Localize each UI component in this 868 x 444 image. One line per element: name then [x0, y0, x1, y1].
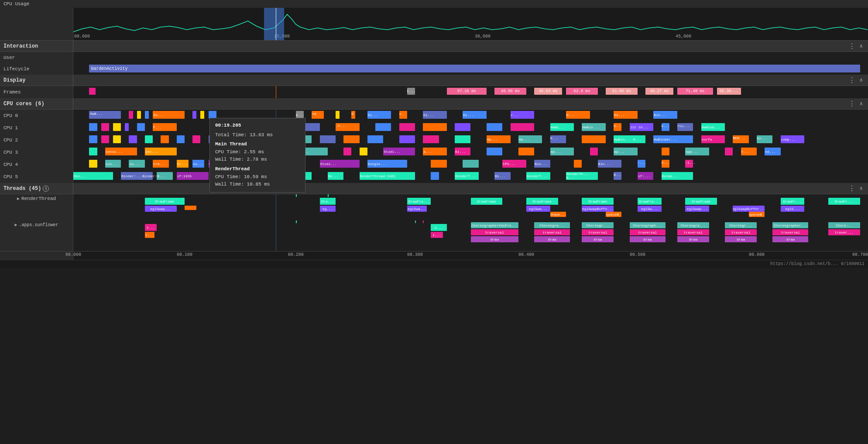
cpu-sparkline: 00.000 15,000 30,000 45,000: [73, 8, 868, 40]
render-thread-track[interactable]: DrawFrame eglSwap... Dra... eg... DrawFr…: [73, 194, 868, 220]
cpu-usage-chart-area: 00.000 15,000 30,000 45,000: [0, 8, 868, 41]
btick-5: 00.500: [630, 252, 645, 257]
cpu4-b9: Google...: [367, 160, 407, 168]
sf-t-1: t...: [145, 232, 154, 238]
btick-4: 00.400: [518, 252, 534, 257]
lifecycle-row: Lifecycle GardenActivity: [0, 63, 868, 75]
cpu1-b7: :F...: [336, 123, 360, 131]
cpu3-b9: [487, 148, 502, 155]
cpu2-b19: H...: [550, 135, 566, 143]
rt-egl-3: eglSwa...: [526, 206, 550, 212]
sf-chore-3: Choreograph...: [630, 222, 666, 228]
threads-info-icon[interactable]: i: [43, 186, 49, 192]
cpu5-b0: Ren...: [73, 172, 113, 180]
sf-trav-7: traver...: [828, 229, 860, 235]
cpu4-b10: [431, 160, 446, 168]
user-row: User: [0, 52, 868, 63]
tooltip-main-thread-label: Main Thread: [215, 141, 300, 148]
cpu1-b0: [89, 123, 97, 131]
cpu1-b14: HwBi...: [550, 123, 574, 131]
sf-draw-2: draw: [582, 236, 614, 242]
cpu0-block-9: nd: [312, 111, 323, 119]
render-thread-expand-icon[interactable]: ▶: [17, 196, 20, 201]
render-thread-row: ▶ RenderThread DrawFrame eglSwap... Dra.…: [0, 194, 868, 220]
cpu3-label: CPU 3: [0, 146, 73, 158]
timeline-highlight: [264, 8, 284, 40]
cpu1-b3: [125, 123, 129, 131]
cpu0-track[interactable]: HwB... Di... k... nd D Di... s. Di... Di…: [73, 110, 868, 122]
cpu1-track[interactable]: F... I... :F... HwBi... HwBin... S... Ji…: [73, 122, 868, 134]
cpu0-block-2: [137, 111, 141, 119]
cpu-cores-menu-icon[interactable]: ⋮: [848, 100, 855, 108]
tooltip: 00:19.205 Total Time: 13.63 ms Main Thre…: [209, 118, 305, 193]
cpu4-track[interactable]: sus... su... tra... tr... su... Stu... S…: [73, 158, 868, 171]
cpu-cores-collapse-icon[interactable]: ∧: [860, 100, 863, 107]
cpu1-row: CPU 1 F... I... :F... HwBi... HwBin... S…: [0, 122, 868, 134]
cpu3-b18: nd...: [765, 148, 780, 155]
tooltip-cpu-time-1: CPU Time: 2.55 ms: [215, 148, 300, 156]
cpu2-b6: [177, 135, 185, 143]
cpu3-b12: [590, 148, 598, 155]
display-menu-icon[interactable]: ⋮: [848, 76, 855, 85]
cpu2-b22: HwBinder...: [653, 135, 693, 143]
timeline-chart[interactable]: 00.000 15,000 30,000 45,000: [73, 8, 868, 40]
interaction-collapse-icon[interactable]: ∧: [860, 43, 863, 49]
cpu2-b24: MEM...: [733, 135, 748, 143]
cpu4-b8: Studi...: [320, 160, 360, 168]
cpu2-b2: [113, 135, 121, 143]
lifecycle-track[interactable]: GardenActivity: [73, 63, 868, 75]
cpu1-label: CPU 1: [0, 122, 73, 134]
sunflower-expand-icon[interactable]: ▶: [14, 222, 17, 227]
cpu4-b3: tra...: [153, 160, 168, 168]
frames-track[interactable]: 1... 97.16 ms 49.06 ms 45.93 ms 62.8 ms …: [73, 86, 868, 98]
frames-row: Frames 1... 97.16 ms 49.06 ms 45.93 ms 6…: [0, 86, 868, 98]
sf-trav-3: traversal: [630, 229, 666, 235]
cpu2-track[interactable]: Hw... Hw... H... HwBin... H... HwBinder.…: [73, 134, 868, 146]
cpu0-block-5: [192, 111, 196, 119]
cpu0-block-17: D...: [566, 111, 590, 119]
tooltip-wall-time-2: Wall Time: 10.85 ms: [215, 181, 300, 189]
threads-collapse-icon[interactable]: ∧: [860, 185, 863, 192]
rt-egl-4: eglSwapBuffe...: [582, 206, 614, 212]
rt-draw-5: DrawFrame: [582, 198, 614, 205]
cpu4-b4: tr...: [177, 160, 189, 168]
cpu3-track[interactable]: senso... sen... app... Studi... a... Bi.…: [73, 146, 868, 158]
btick-1: 00.100: [177, 252, 192, 257]
cpu5-b10: RenderT...: [526, 172, 550, 180]
cpu4-b11: [463, 160, 478, 168]
cpu2-b15: [423, 135, 439, 143]
display-collapse-icon[interactable]: ∧: [860, 77, 863, 83]
cpu4-b18: :1...: [685, 160, 693, 168]
cpu5-b9: Bi...: [494, 172, 510, 180]
frame-label-2: 49.06 ms: [494, 88, 526, 95]
cpu3-b2: sen...: [145, 148, 177, 155]
display-controls: ⋮ ∧: [73, 76, 868, 85]
rt-small-0: [185, 206, 196, 210]
cpu3-b10: [518, 148, 534, 155]
threads-menu-icon[interactable]: ⋮: [848, 184, 855, 193]
sf-draw-1: draw: [534, 236, 570, 242]
interaction-menu-icon[interactable]: ⋮: [848, 42, 855, 51]
cpu2-b13: [367, 135, 383, 143]
cpu2-b16: [455, 135, 470, 143]
display-section-header: Display ⋮ ∧: [0, 75, 868, 86]
cpu2-b17: Hw...: [487, 135, 511, 143]
rt-deque-0: deque...: [550, 212, 566, 217]
sf-trav-2: traversal: [582, 229, 614, 235]
threads-controls: ⋮ ∧: [73, 184, 868, 193]
cpu3-b8: Bi...: [455, 148, 470, 155]
cpu5-row: CPU 5 Ren... Binder:...Binder:1... B... …: [0, 171, 868, 183]
bottom-ruler-spacer: [0, 251, 73, 260]
cpu5-track[interactable]: Ren... Binder:...Binder:1... B... sf:193…: [73, 171, 868, 183]
cpu5-label: CPU 5: [0, 171, 73, 183]
rt-draw-4: DrawFrame: [526, 198, 558, 205]
cpu3-b16: [725, 148, 733, 155]
rt-draw-2: DrawFra...: [407, 198, 431, 205]
cpu0-block-16: r...: [511, 111, 535, 119]
cpu2-b21: HwBin... H...: [614, 135, 645, 143]
sf-draw-6: draw: [772, 236, 808, 242]
user-track[interactable]: [73, 52, 868, 63]
rt-egl-8: eglS...: [781, 206, 805, 212]
sunflower-track[interactable]: t... t... C... t... Choreographer#doFra.…: [73, 220, 868, 251]
rt-indicator-0: [296, 194, 297, 197]
